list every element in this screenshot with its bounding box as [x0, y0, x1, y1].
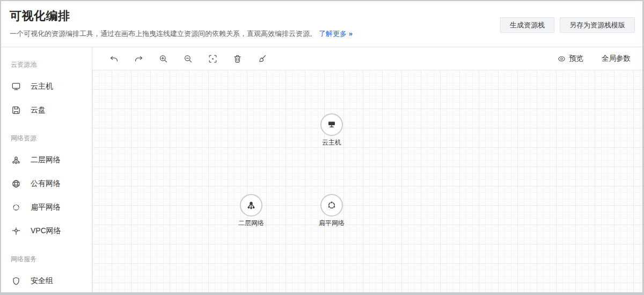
subtitle-text: 一个可视化的资源编排工具，通过在画布上拖曳连线建立资源间的依赖关系，直观高效编排… [10, 30, 317, 38]
generate-stack-button[interactable]: 生成资源栈 [500, 17, 554, 33]
sidebar-item-security-group[interactable]: 安全组 [1, 269, 92, 292]
sidebar-item-label: 云盘 [31, 105, 46, 115]
sidebar-item-cloud-host[interactable]: 云主机 [1, 75, 92, 98]
sidebar-item-cloud-disk[interactable]: 云盘 [1, 98, 92, 122]
clear-canvas-button[interactable] [253, 50, 270, 67]
sidebar-item-flat-network[interactable]: 扁平网络 [1, 196, 92, 219]
public-network-icon [11, 178, 21, 189]
orchestration-canvas[interactable]: 云主机 二层网络 扁平网 [92, 70, 642, 292]
page-subtitle: 一个可视化的资源编排工具，通过在画布上拖曳连线建立资源间的依赖关系，直观高效编排… [10, 29, 352, 39]
node-label: 扁平网络 [319, 219, 345, 228]
global-params-button[interactable]: 全局参数 [602, 54, 631, 63]
node-circle[interactable] [240, 194, 262, 217]
security-group-icon [11, 276, 21, 286]
header-text: 可视化编排 一个可视化的资源编排工具，通过在画布上拖曳连线建立资源间的依赖关系，… [10, 8, 352, 39]
sidebar-item-label: 二层网络 [31, 155, 61, 165]
sidebar-item-label: 公有网络 [31, 179, 61, 189]
zoom-out-icon [183, 54, 193, 64]
l2-network-icon [11, 155, 21, 166]
sidebar-item-public-network[interactable]: 公有网络 [1, 172, 92, 196]
flat-network-node-icon [326, 199, 338, 211]
sidebar-item-label: 扁平网络 [31, 203, 61, 212]
sidebar-item-label: 安全组 [31, 276, 53, 286]
sidebar-item-label: 云主机 [31, 82, 53, 91]
canvas-toolbar: 预览 全局参数 [92, 47, 642, 70]
page-header: 可视化编排 一个可视化的资源编排工具，通过在画布上拖曳连线建立资源间的依赖关系，… [1, 1, 642, 47]
toolbar-tools [105, 50, 270, 67]
l2-network-node-icon [245, 199, 257, 211]
redo-button[interactable] [130, 50, 147, 67]
toolbar-right: 预览 全局参数 [557, 54, 631, 63]
sidebar-item-l2-network[interactable]: 二层网络 [1, 148, 92, 172]
double-chevron-icon: » [349, 30, 352, 38]
cloud-disk-icon [11, 105, 21, 116]
node-circle[interactable] [320, 194, 343, 217]
undo-button[interactable] [105, 50, 122, 67]
page-title: 可视化编排 [10, 8, 352, 24]
sidebar-section-network-resources: 网络资源 二层网络 公有网络 扁平网络 VPC网络 [1, 126, 92, 243]
sidebar-item-label: VPC网络 [31, 226, 61, 236]
zoom-in-icon [158, 54, 169, 64]
preview-button[interactable]: 预览 [557, 54, 583, 63]
clear-icon [257, 54, 267, 64]
cloud-host-icon [11, 81, 21, 92]
sidebar-section-title: 网络服务 [1, 247, 92, 269]
node-inner: 二层网络 [238, 194, 264, 228]
fit-view-button[interactable] [204, 50, 221, 67]
sidebar-item-vpc-network[interactable]: VPC网络 [1, 219, 92, 243]
eye-icon [557, 54, 566, 63]
delete-button[interactable] [229, 50, 246, 67]
cloud-host-node-icon [326, 119, 338, 131]
sidebar-section-title: 网络资源 [1, 126, 92, 148]
global-params-label: 全局参数 [602, 54, 631, 63]
canvas-panel: 预览 全局参数 云主机 [92, 47, 642, 292]
zoom-in-button[interactable] [155, 50, 172, 67]
fit-view-icon [208, 54, 218, 64]
sidebar-section-title: 云资源池 [1, 53, 92, 75]
node-circle[interactable] [320, 113, 343, 136]
learn-more-link[interactable]: 了解更多 » [319, 30, 352, 38]
node-inner: 云主机 [320, 113, 343, 147]
node-label: 二层网络 [238, 219, 264, 228]
redo-icon [134, 54, 144, 64]
header-actions: 生成资源栈 另存为资源栈模版 [500, 17, 635, 33]
node-label: 云主机 [322, 138, 341, 147]
flat-network-icon [11, 202, 21, 213]
delete-icon [232, 54, 243, 64]
visual-orchestration-page: 可视化编排 一个可视化的资源编排工具，通过在画布上拖曳连线建立资源间的依赖关系，… [0, 0, 644, 295]
vpc-network-icon [11, 226, 21, 236]
preview-label: 预览 [569, 54, 583, 63]
sidebar-section-network-services: 网络服务 安全组 [1, 247, 92, 292]
zoom-out-button[interactable] [179, 50, 196, 67]
undo-icon [109, 54, 119, 64]
sidebar-section-cloud-pool: 云资源池 云主机 云盘 [1, 53, 92, 122]
resource-sidebar: 云资源池 云主机 云盘 网络资源 二层网络 公有网络 [1, 47, 92, 292]
save-as-template-button[interactable]: 另存为资源栈模版 [560, 17, 635, 33]
node-inner: 扁平网络 [319, 194, 345, 228]
page-body: 云资源池 云主机 云盘 网络资源 二层网络 公有网络 [1, 47, 642, 292]
